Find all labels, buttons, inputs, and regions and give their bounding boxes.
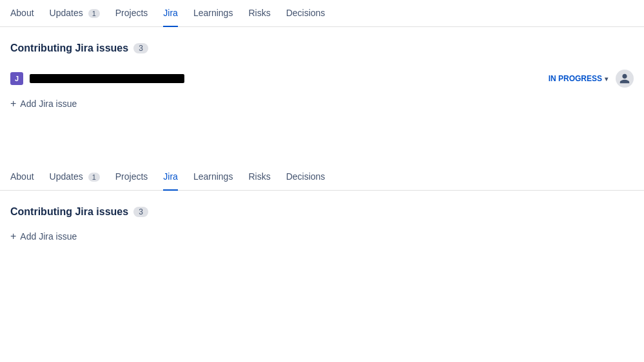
updates-badge-top: 1 [88, 9, 100, 18]
add-jira-issue-button-bottom[interactable]: + Add Jira issue [10, 228, 77, 245]
user-icon-top [619, 73, 630, 84]
nav-bar-bottom: About Updates 1 Projects Jira Learnings … [0, 164, 644, 191]
nav-bar-top: About Updates 1 Projects Jira Learnings … [0, 0, 644, 27]
nav-item-decisions-bottom[interactable]: Decisions [286, 164, 326, 191]
add-jira-issue-button-top[interactable]: + Add Jira issue [10, 95, 77, 112]
status-chevron-icon-top: ▾ [605, 75, 608, 82]
add-issue-label-bottom: Add Jira issue [20, 231, 77, 242]
avatar-top [616, 70, 634, 88]
nav-item-jira-top[interactable]: Jira [163, 0, 178, 27]
issue-row-top: J IN PROGRESS ▾ [10, 64, 634, 93]
issue-title-redacted-top [30, 74, 184, 83]
section-title-bottom: Contributing Jira issues [10, 206, 128, 218]
add-issue-label-top: Add Jira issue [20, 99, 77, 109]
nav-item-decisions-top[interactable]: Decisions [286, 0, 326, 27]
issue-status-area-top: IN PROGRESS ▾ [546, 70, 634, 88]
spacer [0, 112, 644, 138]
status-badge-top[interactable]: IN PROGRESS ▾ [546, 73, 610, 84]
spacer2 [0, 138, 644, 164]
section-heading-bottom: Contributing Jira issues 3 [10, 206, 634, 218]
nav-item-updates-top[interactable]: Updates 1 [50, 0, 100, 27]
jira-section-top: Contributing Jira issues 3 J IN PROGRESS… [0, 43, 644, 112]
nav-item-risks-bottom[interactable]: Risks [248, 164, 270, 191]
nav-item-risks-top[interactable]: Risks [248, 0, 270, 27]
nav-item-projects-bottom[interactable]: Projects [115, 164, 148, 191]
updates-badge-bottom: 1 [88, 173, 100, 182]
issue-count-badge-top: 3 [133, 43, 148, 53]
nav-item-updates-bottom[interactable]: Updates 1 [50, 164, 100, 191]
nav-item-jira-bottom[interactable]: Jira [163, 164, 178, 191]
nav-item-about-top[interactable]: About [10, 0, 34, 27]
plus-icon-bottom: + [10, 231, 16, 242]
issue-count-badge-bottom: 3 [133, 207, 148, 217]
plus-icon-top: + [10, 98, 16, 110]
section-heading-top: Contributing Jira issues 3 [10, 43, 634, 54]
issue-type-icon-top: J [10, 72, 23, 85]
nav-item-about-bottom[interactable]: About [10, 164, 34, 191]
nav-item-learnings-top[interactable]: Learnings [193, 0, 233, 27]
nav-item-learnings-bottom[interactable]: Learnings [193, 164, 233, 191]
nav-item-projects-top[interactable]: Projects [115, 0, 148, 27]
section-title-top: Contributing Jira issues [10, 43, 128, 54]
status-text-top: IN PROGRESS [549, 74, 602, 83]
jira-section-bottom: Contributing Jira issues 3 + Add Jira is… [0, 206, 644, 245]
